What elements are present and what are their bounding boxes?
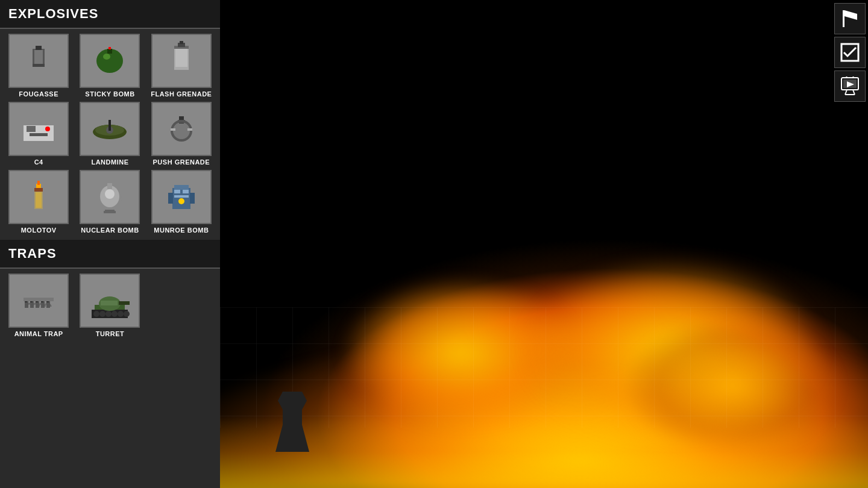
ground-grid xyxy=(220,307,868,428)
sticky-bomb-icon-bg xyxy=(80,34,140,88)
item-landmine[interactable]: LANDMINE xyxy=(76,102,143,166)
white-flag-icon xyxy=(840,9,860,28)
turret-label: TURRET xyxy=(96,330,125,338)
white-flag-button[interactable] xyxy=(834,3,866,34)
item-fougasse[interactable]: FOUGASSE xyxy=(5,34,72,98)
flash-grenade-canvas xyxy=(157,40,206,82)
item-c4[interactable]: C4 xyxy=(5,102,72,166)
turret-canvas xyxy=(86,280,134,322)
molotov-canvas xyxy=(14,176,63,218)
traps-grid: ANIMAL TRAP TURRET xyxy=(0,269,220,343)
landmine-icon-bg xyxy=(80,102,140,156)
push-grenade-label: PUSH GRENADE xyxy=(153,158,210,166)
main-container: EXPLOSIVES FOUGASSE STICKY BOMB xyxy=(0,0,868,488)
explosives-label: EXPLOSIVES xyxy=(8,6,98,21)
flash-grenade-icon-bg xyxy=(151,34,212,88)
munroe-bomb-icon-bg xyxy=(151,170,212,224)
svg-rect-0 xyxy=(843,10,844,27)
traps-section-header: TRAPS xyxy=(0,240,220,269)
svg-line-5 xyxy=(845,90,847,95)
animal-trap-canvas xyxy=(14,280,63,322)
nuclear-bomb-label: NUCLEAR BOMB xyxy=(81,227,139,234)
item-push-grenade[interactable]: PUSH GRENADE xyxy=(148,102,215,166)
checkbox-icon xyxy=(840,43,860,62)
sticky-bomb-label: STICKY BOMB xyxy=(85,90,134,98)
game-viewport xyxy=(220,0,868,488)
item-munroe-bomb[interactable]: MUNROE BOMB xyxy=(148,170,215,234)
nuclear-bomb-icon-bg xyxy=(80,170,140,224)
left-panel: EXPLOSIVES FOUGASSE STICKY BOMB xyxy=(0,0,220,488)
munroe-bomb-label: MUNROE BOMB xyxy=(154,227,209,234)
c4-canvas xyxy=(14,108,63,150)
push-grenade-icon-bg xyxy=(151,102,212,156)
munroe-bomb-canvas xyxy=(157,176,206,218)
item-nuclear-bomb[interactable]: NUCLEAR BOMB xyxy=(76,170,143,234)
svg-marker-1 xyxy=(844,10,857,20)
animal-trap-label: ANIMAL TRAP xyxy=(14,330,63,338)
item-sticky-bomb[interactable]: STICKY BOMB xyxy=(76,34,143,98)
item-flash-grenade[interactable]: FLASH GRENADE xyxy=(148,34,215,98)
item-molotov[interactable]: MOLOTOV xyxy=(5,170,72,234)
sticky-bomb-canvas xyxy=(86,40,134,82)
nuclear-bomb-canvas xyxy=(86,176,134,218)
flash-grenade-label: FLASH GRENADE xyxy=(151,90,212,98)
landmine-label: LANDMINE xyxy=(91,158,128,166)
landmine-canvas xyxy=(86,108,134,150)
animal-trap-icon-bg xyxy=(8,274,69,328)
molotov-icon-bg xyxy=(8,170,69,224)
fougasse-icon-bg xyxy=(8,34,69,88)
explosives-section-header: EXPLOSIVES xyxy=(0,0,220,29)
right-panel xyxy=(832,0,868,488)
molotov-label: MOLOTOV xyxy=(21,227,57,234)
svg-line-6 xyxy=(853,90,855,95)
traps-label: TRAPS xyxy=(8,246,57,261)
checkbox-button[interactable] xyxy=(834,37,866,68)
item-turret[interactable]: TURRET xyxy=(76,274,143,338)
turret-icon-bg xyxy=(80,274,140,328)
push-grenade-canvas xyxy=(157,108,206,150)
c4-icon-bg xyxy=(8,102,69,156)
c4-label: C4 xyxy=(34,158,43,166)
fougasse-canvas xyxy=(14,40,63,82)
tv-monitor-icon xyxy=(840,77,860,96)
explosives-grid: FOUGASSE STICKY BOMB FLASH GRENADE xyxy=(0,29,220,240)
tv-monitor-button[interactable] xyxy=(834,70,866,102)
fougasse-label: FOUGASSE xyxy=(19,90,58,98)
item-animal-trap[interactable]: ANIMAL TRAP xyxy=(5,274,72,338)
